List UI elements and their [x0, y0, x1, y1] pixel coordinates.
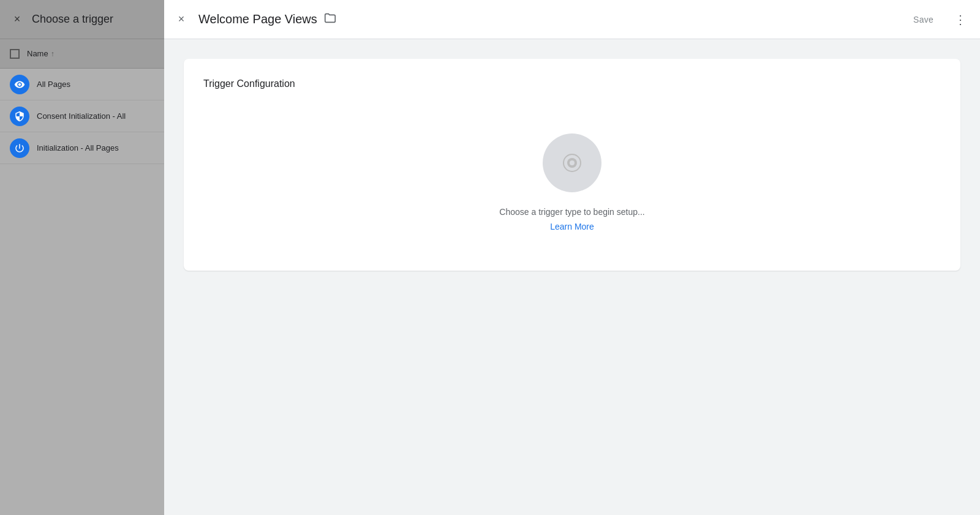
right-content-area: Trigger Configuration Choose a trigger t…: [164, 39, 980, 515]
select-all-checkbox[interactable]: [10, 49, 20, 59]
header-actions: Save ⋮: [901, 10, 970, 29]
left-panel-header: × Choose a trigger: [0, 0, 164, 39]
trigger-config-title: Trigger Configuration: [203, 78, 295, 89]
svg-point-2: [570, 160, 575, 165]
left-panel-title: Choose a trigger: [32, 13, 113, 26]
all-pages-icon: [10, 75, 29, 94]
name-column-header[interactable]: Name ↑: [27, 49, 55, 58]
list-item[interactable]: All Pages: [0, 69, 164, 100]
right-panel: × Welcome Page Views Save ⋮ Trigger Conf…: [164, 0, 980, 515]
list-item[interactable]: Consent Initialization - All: [0, 100, 164, 132]
learn-more-link[interactable]: Learn More: [550, 222, 594, 231]
folder-icon[interactable]: [323, 11, 337, 28]
trigger-placeholder-icon: [543, 133, 601, 192]
consent-init-label: Consent Initialization - All: [37, 111, 126, 121]
initialization-icon: [10, 138, 29, 158]
left-panel: × Choose a trigger Name ↑ All Pages: [0, 0, 164, 515]
power-icon: [14, 143, 25, 154]
shield-icon: [14, 111, 25, 122]
trigger-placeholder-text: Choose a trigger type to begin setup...: [499, 207, 644, 217]
left-panel-close-button[interactable]: ×: [10, 12, 24, 27]
trigger-config-body: Choose a trigger type to begin setup... …: [203, 119, 941, 251]
more-options-button[interactable]: ⋮: [951, 10, 970, 29]
list-header: Name ↑: [0, 39, 164, 69]
right-panel-close-button[interactable]: ×: [174, 12, 189, 27]
trigger-config-card: Trigger Configuration Choose a trigger t…: [184, 59, 960, 271]
right-panel-header: × Welcome Page Views Save ⋮: [164, 0, 980, 39]
initialization-label: Initialization - All Pages: [37, 143, 119, 152]
save-button[interactable]: Save: [901, 10, 946, 29]
all-pages-label: All Pages: [37, 80, 70, 89]
eye-icon: [14, 79, 25, 90]
trigger-list: All Pages Consent Initialization - All I…: [0, 69, 164, 515]
right-panel-title: Welcome Page Views: [198, 11, 901, 28]
trigger-circle-svg: [557, 148, 587, 178]
sort-arrow-icon: ↑: [51, 50, 55, 58]
consent-init-icon: [10, 107, 29, 126]
list-item[interactable]: Initialization - All Pages: [0, 132, 164, 164]
